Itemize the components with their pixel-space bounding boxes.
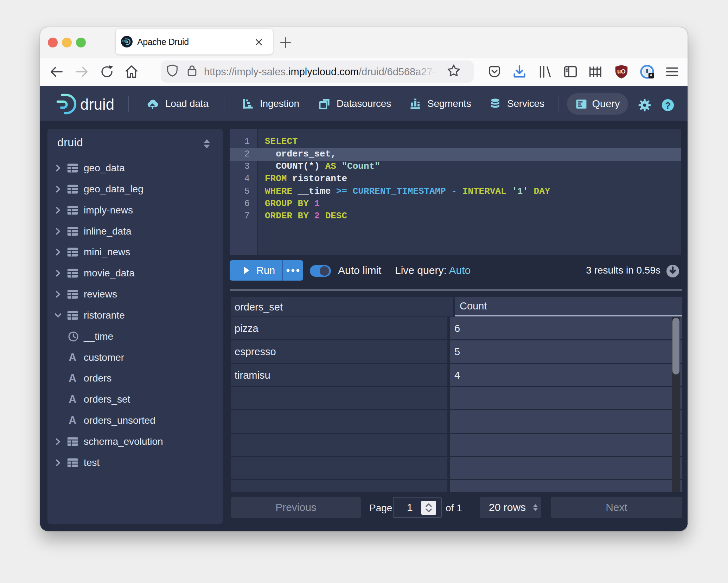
svg-text:uO: uO [617, 68, 626, 75]
svg-text:druid: druid [80, 95, 114, 113]
svg-text:?: ? [665, 101, 671, 110]
